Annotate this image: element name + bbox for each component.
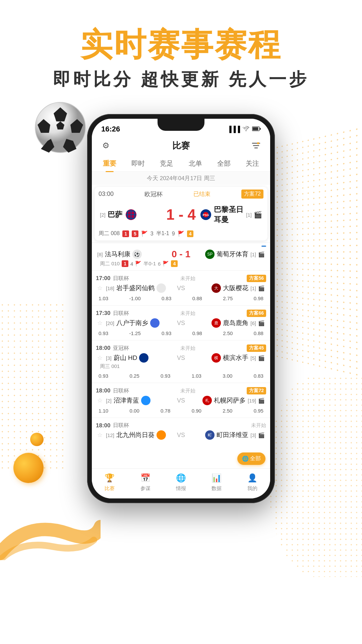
phone-outer: 16:26 ▐▐▐ ⚙ 比赛 — [87, 114, 275, 503]
spiral-right — [268, 376, 362, 577]
away-logo4: 横 — [212, 353, 221, 363]
filter-icon[interactable] — [249, 138, 263, 153]
soccer-ball — [34, 101, 87, 154]
canzou-icon: 📅 — [139, 472, 152, 484]
phone-screen: 16:26 ▐▐▐ ⚙ 比赛 — [92, 119, 270, 498]
svg-rect-9 — [260, 128, 261, 130]
section-status4: 未开始 — [180, 345, 195, 352]
date-bar: 今天 2024年04月17日 周三 — [92, 172, 270, 185]
odds-row5: 1.10 0.00 0.78 0.90 2.50 0.95 — [96, 407, 266, 415]
app-title: 比赛 — [172, 140, 190, 152]
bisai-icon: 🏆 — [104, 472, 116, 484]
away-name-sm: 葡萄牙体育 — [217, 250, 248, 259]
featured-status: 已结束 — [193, 190, 210, 198]
match-row[interactable]: 17:30 日联杯 未开始 方案66 ☆ [20] 八户于南乡 — [92, 305, 270, 340]
featured-score: 1 - 4 — [162, 206, 200, 223]
status-time: 16:26 — [101, 125, 120, 133]
section-plan5: 方案72 — [247, 387, 266, 394]
section-time: 17:00 — [96, 275, 110, 282]
all-button[interactable]: 🌐 全部 — [237, 452, 265, 465]
match-teams3: ☆ [20] 八户于南乡 VS 鹿 鹿岛鹿角 [6] 🎬 — [96, 318, 266, 328]
away-logo5: 札 — [202, 396, 212, 405]
nav-qingbao[interactable]: 🌐 情报 — [175, 472, 187, 492]
match-row[interactable]: 17:00 日联杯 未开始 方案56 ☆ [18] 岩手盛冈仙鹤 — [92, 270, 270, 305]
match-teams2: ☆ [18] 岩手盛冈仙鹤 VS 大 大阪樱花 [1] 🎬 — [96, 283, 266, 293]
match-home2: ☆ [18] 岩手盛冈仙鹤 — [97, 283, 173, 293]
flag-sm2: 🚩 — [163, 261, 169, 267]
nav-shuju[interactable]: 📊 数据 — [210, 472, 223, 492]
attacks2: 4 — [187, 230, 194, 237]
nav-canzou[interactable]: 📅 参谋 — [139, 472, 152, 492]
match-away3: 鹿 鹿岛鹿角 [6] 🎬 — [189, 318, 265, 328]
home-logo — [124, 208, 138, 221]
tab-guanzhu[interactable]: 关注 — [243, 158, 262, 169]
featured-time: 03:00 — [99, 191, 114, 198]
away-rank-sm: [1] — [250, 252, 256, 257]
svg-point-13 — [257, 142, 259, 144]
tab-jishi[interactable]: 即时 — [129, 158, 147, 169]
match-away5: 札 札幌冈萨多 [19] 🎬 — [189, 396, 265, 405]
odds-row4: 0.93 0.25 0.93 1.03 3.00 0.83 — [96, 372, 266, 380]
home-logo4 — [139, 353, 148, 363]
match-row[interactable]: 18:00 日联杯 未开始 ☆ [12] 北九州尚日葵 VS — [92, 418, 270, 442]
section-status6: 未开始 — [251, 422, 266, 429]
home-team: [2] 巴萨 — [100, 208, 162, 221]
match-list: 03:00 欧冠杯 已结束 方案72 [2] 巴萨 — [92, 185, 270, 491]
globe-icon: 🌐 — [242, 455, 249, 462]
corner-home2: 5 — [132, 230, 138, 237]
app-header: ⚙ 比赛 — [92, 136, 270, 156]
match-away4: 横 横滨水手 [5] 🎬 — [189, 353, 265, 363]
vs-text3: VS — [173, 320, 189, 327]
home-rank2: [18] — [106, 285, 114, 291]
tab-zhongyao[interactable]: 重要 — [100, 158, 119, 169]
match-row[interactable]: 18:00 日联杯 未开始 方案72 ☆ [2] 沼津青蓝 VS — [92, 383, 270, 418]
star-icon6[interactable]: ☆ — [97, 431, 103, 439]
nav-wode[interactable]: 👤 我的 — [246, 472, 258, 492]
section-league4: 亚冠杯 — [113, 345, 129, 352]
nav-bisai[interactable]: 🏆 比赛 — [104, 472, 116, 492]
tab-jingzu[interactable]: 竞足 — [157, 158, 176, 169]
orange-ball-small — [30, 433, 44, 446]
section-status5: 未开始 — [180, 388, 195, 394]
home-logo3 — [150, 318, 160, 328]
featured-league: 欧冠杯 — [144, 190, 163, 198]
match-row[interactable]: [8] 法马利康 ⚽ 0 - 1 SP 葡萄牙体育 [1] 🎬 — [92, 243, 270, 270]
att-sm: 6 — [158, 261, 161, 267]
promo-header: 实时赛事赛程 即时比分 超快更新 先人一步 — [0, 27, 362, 91]
section-left3: 17:30 日联杯 — [96, 310, 129, 317]
featured-plan: 方案72 — [241, 190, 263, 199]
star-icon3[interactable]: ☆ — [97, 319, 103, 327]
att-sm2: 4 — [171, 260, 178, 267]
flag-home: 🚩 — [141, 230, 148, 237]
flag-away: 🚩 — [178, 230, 184, 237]
week-num: 周二 008 — [99, 230, 120, 237]
section-plan: 方案56 — [247, 275, 266, 282]
star-icon5[interactable]: ☆ — [97, 397, 103, 404]
star-icon[interactable]: ☆ — [97, 284, 103, 292]
match-away: SP 葡萄牙体育 [1] 🎬 — [190, 250, 265, 259]
section-league6: 日联杯 — [113, 422, 129, 429]
week-row4: 周三 001 — [96, 363, 266, 370]
svg-rect-8 — [253, 127, 258, 130]
match-row[interactable]: 18:00 亚冠杯 未开始 方案45 ☆ [3] 蔚山 HD V — [92, 340, 270, 383]
sub-info-row: 周二 008 1 5 🚩 3 半1-1 9 🚩 4 — [95, 228, 267, 240]
section-header4: 18:00 亚冠杯 未开始 方案45 — [96, 343, 266, 353]
qingbao-icon: 🌐 — [175, 472, 187, 484]
tab-quanbu[interactable]: 全部 — [215, 158, 233, 169]
section-time6: 18:00 — [96, 422, 110, 429]
away-rank: [1] — [246, 212, 252, 218]
away-logo2: 大 — [212, 283, 221, 293]
match-top — [96, 246, 266, 247]
featured-match-card[interactable]: 03:00 欧冠杯 已结束 方案72 [2] 巴萨 — [95, 187, 267, 240]
star-icon4[interactable]: ☆ — [97, 354, 103, 362]
away-logo-sm: SP — [205, 250, 215, 259]
away-logo3: 鹿 — [212, 318, 221, 328]
tab-beidan[interactable]: 北单 — [186, 158, 205, 169]
section-header6: 18:00 日联杯 未开始 — [96, 421, 266, 430]
half-sm: 半0-1 — [143, 261, 156, 267]
score-area: 0 - 1 — [172, 249, 190, 260]
settings-icon[interactable]: ⚙ — [99, 138, 113, 153]
match-home3: ☆ [20] 八户于南乡 — [97, 318, 173, 328]
all-label: 全部 — [250, 455, 261, 462]
section-league3: 日联杯 — [113, 310, 129, 317]
